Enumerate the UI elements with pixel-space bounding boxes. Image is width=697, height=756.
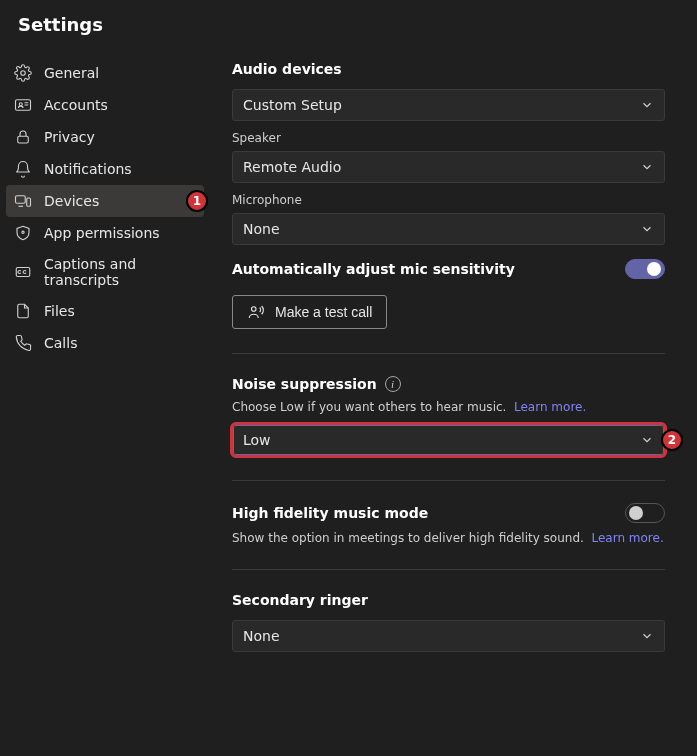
sidebar-item-notifications[interactable]: Notifications xyxy=(6,153,204,185)
button-label: Make a test call xyxy=(275,304,372,320)
accounts-icon xyxy=(14,96,32,114)
bell-icon xyxy=(14,160,32,178)
sidebar-item-calls[interactable]: Calls xyxy=(6,327,204,359)
hifi-toggle[interactable] xyxy=(625,503,665,523)
sidebar-item-files[interactable]: Files xyxy=(6,295,204,327)
auto-mic-label: Automatically adjust mic sensitivity xyxy=(232,261,515,277)
make-test-call-button[interactable]: Make a test call xyxy=(232,295,387,329)
person-voice-icon xyxy=(247,303,265,321)
lock-icon xyxy=(14,128,32,146)
audio-devices-heading: Audio devices xyxy=(232,61,665,77)
svg-point-6 xyxy=(22,231,24,233)
sidebar-item-accounts[interactable]: Accounts xyxy=(6,89,204,121)
speaker-label: Speaker xyxy=(232,131,665,145)
speaker-select[interactable]: Remote Audio xyxy=(232,151,665,183)
select-value: Low xyxy=(243,432,271,448)
microphone-select[interactable]: None xyxy=(232,213,665,245)
sidebar-item-label: Captions and transcripts xyxy=(44,256,196,288)
svg-point-8 xyxy=(252,307,257,312)
hifi-heading: High fidelity music mode xyxy=(232,505,428,521)
chevron-down-icon xyxy=(640,98,654,112)
select-value: Remote Audio xyxy=(243,159,341,175)
chevron-down-icon xyxy=(640,433,654,447)
captions-icon xyxy=(14,263,32,281)
microphone-label: Microphone xyxy=(232,193,665,207)
select-value: Custom Setup xyxy=(243,97,342,113)
hifi-description: Show the option in meetings to deliver h… xyxy=(232,531,584,545)
svg-point-0 xyxy=(21,71,26,76)
chevron-down-icon xyxy=(640,222,654,236)
svg-point-2 xyxy=(19,103,22,106)
callout-badge-2: 2 xyxy=(661,429,683,451)
sidebar-item-label: General xyxy=(44,65,99,81)
sidebar-item-general[interactable]: General xyxy=(6,57,204,89)
noise-suppression-heading: Noise suppression xyxy=(232,376,377,392)
sidebar-item-privacy[interactable]: Privacy xyxy=(6,121,204,153)
settings-content: Audio devices Custom Setup Speaker Remot… xyxy=(210,43,697,756)
call-icon xyxy=(14,334,32,352)
learn-more-link[interactable]: Learn more. xyxy=(591,531,663,545)
svg-rect-4 xyxy=(16,196,26,204)
devices-icon xyxy=(14,192,32,210)
svg-rect-5 xyxy=(27,198,31,206)
sidebar-item-label: Calls xyxy=(44,335,77,351)
sidebar-item-label: Devices xyxy=(44,193,99,209)
page-title: Settings xyxy=(0,0,697,43)
sidebar-item-label: App permissions xyxy=(44,225,160,241)
callout-badge-1: 1 xyxy=(186,190,208,212)
divider xyxy=(232,353,665,354)
gear-icon xyxy=(14,64,32,82)
learn-more-link[interactable]: Learn more. xyxy=(514,400,586,414)
shield-icon xyxy=(14,224,32,242)
file-icon xyxy=(14,302,32,320)
noise-description: Choose Low if you want others to hear mu… xyxy=(232,400,506,414)
sidebar-item-label: Notifications xyxy=(44,161,132,177)
sidebar-item-app-permissions[interactable]: App permissions xyxy=(6,217,204,249)
chevron-down-icon xyxy=(640,160,654,174)
info-icon[interactable]: i xyxy=(385,376,401,392)
sidebar-item-label: Files xyxy=(44,303,75,319)
secondary-ringer-heading: Secondary ringer xyxy=(232,592,665,608)
noise-suppression-select[interactable]: Low xyxy=(232,424,665,456)
auto-mic-toggle[interactable] xyxy=(625,259,665,279)
chevron-down-icon xyxy=(640,629,654,643)
sidebar-item-captions[interactable]: Captions and transcripts xyxy=(6,249,204,295)
sidebar-item-label: Privacy xyxy=(44,129,95,145)
select-value: None xyxy=(243,221,280,237)
sidebar-item-label: Accounts xyxy=(44,97,108,113)
settings-sidebar: General Accounts xyxy=(0,43,210,756)
secondary-ringer-select[interactable]: None xyxy=(232,620,665,652)
audio-device-select[interactable]: Custom Setup xyxy=(232,89,665,121)
svg-rect-3 xyxy=(18,136,29,143)
divider xyxy=(232,480,665,481)
divider xyxy=(232,569,665,570)
select-value: None xyxy=(243,628,280,644)
sidebar-item-devices[interactable]: Devices 1 xyxy=(6,185,204,217)
